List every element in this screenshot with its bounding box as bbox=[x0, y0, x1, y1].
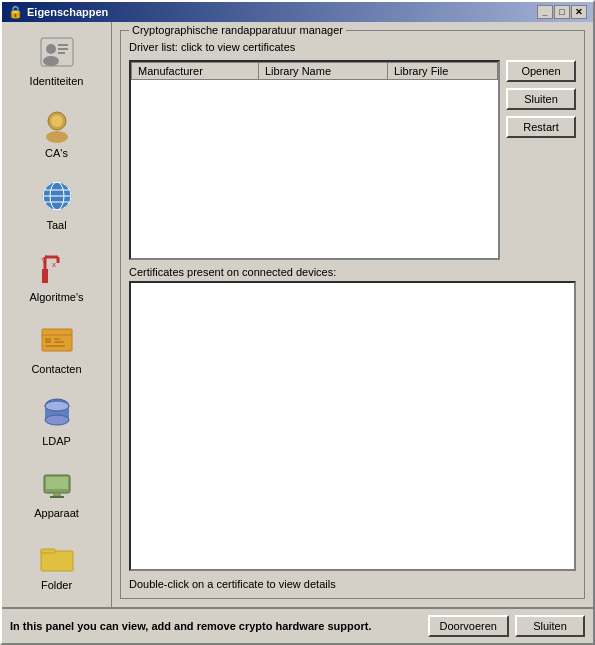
close-button[interactable]: ✕ bbox=[571, 5, 587, 19]
svg-rect-23 bbox=[45, 338, 51, 343]
main-group-box: Cryptographische randapparatuur manager … bbox=[120, 30, 585, 599]
svg-rect-34 bbox=[50, 496, 64, 498]
sidebar-item-ldap-label: LDAP bbox=[42, 435, 71, 447]
restart-button[interactable]: Restart bbox=[506, 116, 576, 138]
contacten-icon bbox=[37, 320, 77, 360]
inner-content: Driver list: click to view certificates … bbox=[129, 35, 576, 590]
sidebar-item-apparaat[interactable]: Apparaat bbox=[2, 454, 111, 526]
main-content: Cryptographische randapparatuur manager … bbox=[112, 22, 593, 607]
svg-text:√: √ bbox=[41, 254, 47, 265]
sidebar-item-cas-label: CA's bbox=[45, 147, 68, 159]
apply-button[interactable]: Doorvoeren bbox=[428, 615, 509, 637]
bottom-bar: In this panel you can view, add and remo… bbox=[2, 607, 593, 643]
svg-rect-15 bbox=[42, 269, 48, 283]
folder-icon bbox=[37, 536, 77, 576]
svg-rect-32 bbox=[46, 477, 68, 489]
window-body: Identiteiten CA's bbox=[2, 22, 593, 607]
main-window: 🔒 Eigenschappen _ □ ✕ bbox=[0, 0, 595, 645]
svg-rect-36 bbox=[41, 549, 55, 553]
bottom-hint-text: In this panel you can view, add and remo… bbox=[10, 620, 371, 632]
sidebar-item-ldap[interactable]: LDAP bbox=[2, 382, 111, 454]
svg-text:x: x bbox=[52, 260, 56, 269]
sidebar-item-folder[interactable]: Folder bbox=[2, 526, 111, 598]
button-group: Openen Sluiten Restart bbox=[506, 60, 576, 138]
sidebar-item-taal[interactable]: Taal bbox=[2, 166, 111, 238]
driver-row: Manufacturer Library Name Library File bbox=[129, 60, 576, 260]
driver-section: Driver list: click to view certificates … bbox=[129, 41, 576, 260]
col-library-name[interactable]: Library Name bbox=[258, 63, 387, 80]
sidebar-item-contacten-label: Contacten bbox=[31, 363, 81, 375]
sidebar-item-algoritmes[interactable]: √ x Algoritme's bbox=[2, 238, 111, 310]
maximize-button[interactable]: □ bbox=[554, 5, 570, 19]
apparaat-icon bbox=[37, 464, 77, 504]
title-bar-title: Eigenschappen bbox=[27, 6, 108, 18]
sidebar-item-cas[interactable]: CA's bbox=[2, 94, 111, 166]
col-manufacturer[interactable]: Manufacturer bbox=[132, 63, 259, 80]
svg-point-8 bbox=[46, 131, 68, 143]
sidebar-item-taal-label: Taal bbox=[46, 219, 66, 231]
taal-icon bbox=[37, 176, 77, 216]
svg-rect-24 bbox=[54, 338, 60, 340]
open-button[interactable]: Openen bbox=[506, 60, 576, 82]
svg-point-1 bbox=[46, 44, 56, 54]
bottom-close-button[interactable]: Sluiten bbox=[515, 615, 585, 637]
title-bar-controls: _ □ ✕ bbox=[537, 5, 587, 19]
svg-rect-5 bbox=[58, 52, 65, 54]
svg-rect-26 bbox=[45, 345, 65, 347]
title-bar-left: 🔒 Eigenschappen bbox=[8, 5, 108, 19]
svg-rect-3 bbox=[58, 44, 68, 46]
svg-rect-25 bbox=[54, 341, 64, 343]
driver-list-label: Driver list: click to view certificates bbox=[129, 41, 576, 53]
minimize-button[interactable]: _ bbox=[537, 5, 553, 19]
sidebar-item-apparaat-label: Apparaat bbox=[34, 507, 79, 519]
svg-rect-4 bbox=[58, 48, 68, 50]
svg-point-7 bbox=[51, 115, 63, 127]
certs-label: Certificates present on connected device… bbox=[129, 266, 576, 278]
driver-table: Manufacturer Library Name Library File bbox=[131, 62, 498, 80]
sidebar-item-folder-label: Folder bbox=[41, 579, 72, 591]
main-group-title: Cryptographische randapparatuur manager bbox=[129, 24, 346, 36]
svg-point-2 bbox=[43, 56, 59, 66]
sidebar: Identiteiten CA's bbox=[2, 22, 112, 607]
close-button-right[interactable]: Sluiten bbox=[506, 88, 576, 110]
hint-label: Double-click on a certificate to view de… bbox=[129, 578, 576, 590]
col-library-file[interactable]: Library File bbox=[387, 63, 497, 80]
sidebar-item-identiteiten[interactable]: Identiteiten bbox=[2, 22, 111, 94]
driver-table-wrapper[interactable]: Manufacturer Library Name Library File bbox=[129, 60, 500, 260]
certs-section: Certificates present on connected device… bbox=[129, 266, 576, 590]
cas-icon bbox=[37, 104, 77, 144]
sidebar-item-identiteiten-label: Identiteiten bbox=[30, 75, 84, 87]
svg-point-29 bbox=[45, 415, 69, 425]
title-bar: 🔒 Eigenschappen _ □ ✕ bbox=[2, 2, 593, 22]
title-bar-icon: 🔒 bbox=[8, 5, 23, 19]
sidebar-item-contacten[interactable]: Contacten bbox=[2, 310, 111, 382]
identiteiten-icon bbox=[37, 32, 77, 72]
svg-point-30 bbox=[45, 401, 69, 411]
certs-box[interactable] bbox=[129, 281, 576, 571]
bottom-buttons: Doorvoeren Sluiten bbox=[428, 615, 585, 637]
svg-rect-35 bbox=[41, 551, 73, 571]
sidebar-item-algoritmes-label: Algoritme's bbox=[29, 291, 83, 303]
algoritmes-icon: √ x bbox=[37, 248, 77, 288]
ldap-icon bbox=[37, 392, 77, 432]
